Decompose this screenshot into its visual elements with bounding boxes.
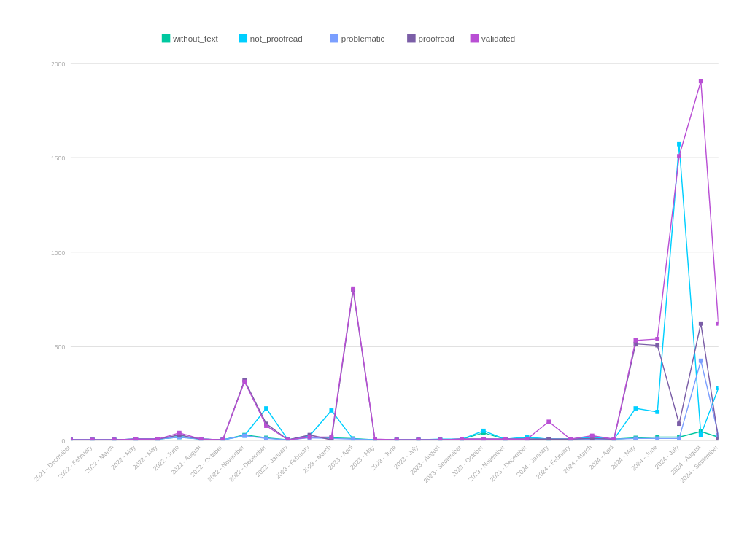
svg-rect-72	[264, 406, 268, 411]
svg-text:2023 - September: 2023 - September	[422, 443, 463, 484]
svg-rect-158	[112, 438, 117, 442]
y-label-2000: 2000	[51, 61, 65, 68]
svg-rect-89	[634, 406, 638, 411]
svg-rect-163	[221, 438, 225, 442]
svg-rect-93	[716, 386, 721, 390]
svg-rect-154	[699, 322, 703, 326]
svg-rect-186	[716, 322, 721, 326]
svg-rect-178	[546, 419, 551, 424]
legend: without_text not_proofread problematic p…	[162, 34, 515, 43]
svg-rect-157	[90, 438, 95, 442]
svg-rect-164	[242, 380, 247, 384]
legend-not-proofread-icon	[239, 34, 248, 43]
y-label-1500: 1500	[51, 155, 65, 162]
legend-without-text-label: without_text	[172, 34, 218, 43]
svg-rect-123	[699, 359, 703, 363]
svg-rect-90	[655, 410, 659, 414]
svg-rect-180	[590, 434, 595, 438]
svg-rect-75	[329, 408, 333, 413]
svg-rect-166	[286, 438, 290, 442]
svg-rect-173	[438, 438, 442, 442]
svg-rect-103	[264, 436, 268, 440]
svg-rect-82	[481, 429, 486, 433]
y-label-0: 0	[61, 438, 65, 445]
svg-rect-168	[329, 435, 333, 440]
legend-without-text-icon	[162, 34, 171, 43]
legend-validated-label: validated	[481, 34, 515, 43]
chart-container: without_text not_proofread problematic p…	[0, 0, 747, 560]
legend-problematic-label: problematic	[341, 34, 385, 43]
x-axis-labels: 2021 - December 2022 - February 2022 - M…	[32, 443, 719, 484]
svg-rect-182	[634, 338, 638, 343]
svg-text:2021 - December: 2021 - December	[32, 443, 71, 483]
series-proofread	[69, 288, 721, 442]
legend-not-proofread-label: not_proofread	[250, 34, 303, 43]
series-validated	[69, 79, 721, 442]
svg-rect-184	[677, 154, 681, 158]
svg-rect-183	[655, 337, 659, 341]
svg-rect-165	[264, 424, 268, 428]
svg-rect-153	[677, 421, 681, 426]
y-label-1000: 1000	[51, 249, 65, 257]
svg-rect-91	[677, 142, 681, 147]
y-label-500: 500	[55, 343, 66, 351]
svg-rect-171	[395, 438, 399, 442]
legend-problematic-icon	[330, 34, 338, 43]
legend-proofread-icon	[407, 34, 416, 43]
svg-rect-156	[69, 438, 73, 442]
svg-rect-167	[308, 435, 312, 440]
svg-rect-169	[351, 287, 355, 291]
svg-rect-161	[177, 431, 182, 435]
legend-validated-icon	[471, 34, 479, 43]
svg-rect-185	[699, 79, 703, 83]
svg-rect-120	[634, 436, 638, 440]
svg-rect-122	[677, 436, 681, 440]
svg-rect-152	[655, 343, 659, 348]
svg-rect-102	[242, 434, 247, 438]
svg-rect-121	[655, 436, 659, 440]
svg-rect-172	[417, 438, 421, 442]
svg-rect-92	[699, 433, 703, 438]
legend-proofread-label: proofread	[419, 34, 454, 43]
